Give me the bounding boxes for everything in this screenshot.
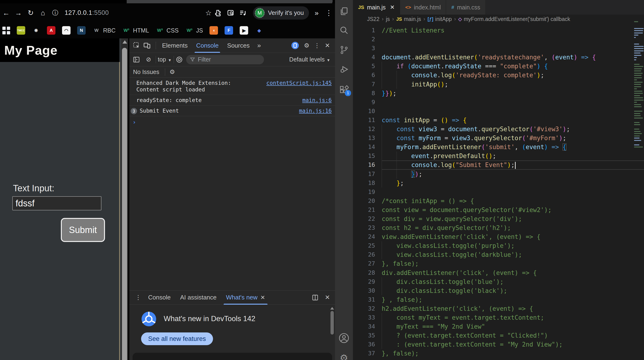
devtools-tab-elements[interactable]: Elements (158, 38, 192, 53)
code-line[interactable]: 21const view = document.querySelector('#… (353, 205, 644, 214)
run-debug-icon[interactable] (339, 65, 349, 74)
editor-tab-main-js[interactable]: JSmain.js✕ (353, 0, 400, 15)
breadcrumb-item[interactable]: JS22 (367, 16, 379, 22)
drawer-tab-console[interactable]: Console (144, 291, 175, 305)
issues-count[interactable]: No Issues (133, 69, 163, 75)
bookmark-f-app[interactable]: F (224, 26, 233, 35)
code-line[interactable]: 32h2.addEventListener('click', (event) =… (353, 304, 644, 313)
log-levels-dropdown[interactable]: Default levels▼ (289, 56, 330, 63)
address-bar[interactable]: 127.0.0.1:5500 (65, 9, 109, 16)
text-input-field[interactable] (12, 196, 102, 210)
scroll-up-arrow-icon[interactable] (330, 307, 334, 310)
bookmark-netlify[interactable]: N (77, 26, 86, 35)
drawer-scrollbar[interactable] (330, 307, 334, 359)
bookmark-fox[interactable]: ◖ (210, 26, 218, 35)
editor-tab-index-html[interactable]: <>index.html (400, 0, 446, 15)
editor-tab-close-icon[interactable]: ✕ (390, 4, 395, 10)
bookmark-star-icon[interactable]: ☆ (202, 9, 215, 17)
submit-button[interactable]: Submit (61, 218, 105, 242)
code-line[interactable]: 23const h2 = div.querySelector('h2'); (353, 223, 644, 232)
back-icon[interactable]: ← (0, 9, 12, 17)
drawer-tab-ai-assistance[interactable]: AI assistance (175, 291, 221, 305)
home-icon[interactable]: ⌂ (37, 9, 49, 17)
inspect-element-icon[interactable] (133, 42, 144, 49)
bookmark-tmcc[interactable]: TMCC (17, 26, 25, 35)
code-line[interactable]: 37}, false); (353, 349, 644, 358)
console-filter-input[interactable]: Filter (186, 55, 264, 64)
code-line[interactable]: 24view.addEventListener('click', (event)… (353, 232, 644, 241)
scroll-up-arrow-icon[interactable] (122, 40, 127, 44)
code-line[interactable]: 25 view.classList.toggle('purple'); (353, 241, 644, 250)
drawer-menu-icon[interactable]: ⋮ (133, 294, 144, 301)
code-line[interactable]: 17 }); (353, 170, 644, 179)
breadcrumb-item[interactable]: ◇myForm.addEventListener('submit') callb… (458, 16, 570, 22)
bookmark-openai[interactable]: ❋ (32, 26, 40, 35)
context-selector[interactable]: top▼ (158, 56, 172, 63)
code-line[interactable]: 6 console.log('readyState: complete'); (353, 71, 644, 80)
forward-icon[interactable]: → (12, 9, 24, 17)
settings-gear-icon[interactable]: ⚙ (340, 353, 348, 360)
editor-tab-main-css[interactable]: #main.css (446, 0, 486, 15)
code-line[interactable]: 20/*const initApp = () => { (353, 196, 644, 205)
console-settings-icon[interactable]: ⚙ (167, 68, 178, 76)
code-line[interactable]: 7 initApp(); (353, 80, 644, 89)
bookmark-w3-css[interactable]: W³CSS (156, 26, 178, 35)
code-line[interactable]: 26 view.classList.toggle('darkblue'); (353, 250, 644, 259)
code-line[interactable]: 14 myForm.addEventListener('submit', (ev… (353, 143, 644, 152)
page-scrollbar[interactable] (121, 38, 128, 360)
code-line[interactable]: 29 div.classList.toggle('blue'); (353, 277, 644, 286)
live-expression-icon[interactable] (176, 56, 186, 63)
overflow-chevrons-icon[interactable]: » (310, 9, 323, 17)
code-line[interactable]: 12 const view3 = document.querySelector(… (353, 125, 644, 134)
code-line[interactable]: 4document.addEventListener('readystatech… (353, 53, 644, 62)
source-control-icon[interactable] (339, 45, 349, 55)
bookmark-rbc[interactable]: WRBC (92, 26, 116, 35)
page-scrollbar-thumb[interactable] (122, 48, 127, 360)
code-line[interactable]: 28div.addEventListener('click', (event) … (353, 268, 644, 277)
more-tabs-icon[interactable]: » (254, 42, 264, 49)
console-source-link[interactable]: main.js:6 (302, 97, 332, 103)
code-line[interactable]: 33 const myText = event.target.textConte… (353, 313, 644, 322)
code-line[interactable]: 31} , false); (353, 295, 644, 304)
breadcrumb-item[interactable]: js (386, 16, 390, 22)
code-line[interactable]: 2 (353, 35, 644, 44)
code-line[interactable]: 18 }; (353, 179, 644, 187)
bookmark-w3-html[interactable]: W³HTML (122, 26, 149, 35)
drawer-scrollbar-thumb[interactable] (330, 311, 334, 335)
apps-grid-icon[interactable] (2, 27, 10, 34)
code-line[interactable]: 10 (353, 107, 644, 116)
bookmark-gem[interactable]: ◆ (255, 26, 263, 35)
code-line[interactable]: 36 : (event.target.textContent = "My 2nd… (353, 340, 644, 349)
devtools-settings-icon[interactable]: ⚙ (302, 42, 312, 49)
code-line[interactable]: 11const initApp = () => { (353, 116, 644, 125)
account-icon[interactable] (338, 333, 349, 344)
bookmark-acrobat[interactable]: A (47, 26, 56, 35)
search-icon[interactable] (339, 25, 349, 35)
devtools-close-icon[interactable]: ✕ (322, 42, 332, 49)
console-source-link[interactable]: contentScript.js:145 (266, 80, 332, 86)
reload-icon[interactable]: ↻ (24, 9, 37, 17)
code-line[interactable]: 27}, false); (353, 259, 644, 268)
extensions-icon[interactable] (215, 9, 227, 16)
extensions-icon[interactable]: 1 (339, 85, 349, 94)
breadcrumb-item[interactable]: JSmain.js (396, 16, 421, 22)
drawer-tab-what-s-new[interactable]: What's new✕ (221, 291, 270, 305)
ai-assistance-icon[interactable] (291, 41, 302, 49)
code-line[interactable]: 5 if (document.readyState === "complete"… (353, 62, 644, 71)
clear-console-icon[interactable]: ⊘ (144, 56, 154, 63)
code-line[interactable]: 22const div = view.querySelector('div'); (353, 214, 644, 223)
split-panel-icon[interactable] (312, 294, 322, 301)
device-toolbar-icon[interactable] (144, 42, 154, 49)
minimap[interactable] (634, 21, 644, 149)
code-line[interactable]: 3 (353, 44, 644, 53)
browser-menu-icon[interactable]: ⋮ (323, 9, 335, 17)
bookmark-github[interactable]: ◠ (62, 26, 70, 35)
code-editor[interactable]: 1//Event Listeners234document.addEventLi… (353, 23, 644, 360)
bookmark-w3-js[interactable]: W³JS (185, 26, 203, 35)
devtools-menu-icon[interactable]: ⋮ (312, 42, 322, 49)
code-line[interactable]: 13 const myForm = view3.querySelector('#… (353, 134, 644, 143)
console-source-link[interactable]: main.js:16 (299, 107, 332, 114)
devtools-tab-console[interactable]: Console (192, 38, 223, 53)
breadcrumb[interactable]: JS22›js›JSmain.js›[ƒ]initApp›◇myForm.add… (353, 15, 644, 23)
drawer-close-icon[interactable]: ✕ (322, 294, 332, 301)
